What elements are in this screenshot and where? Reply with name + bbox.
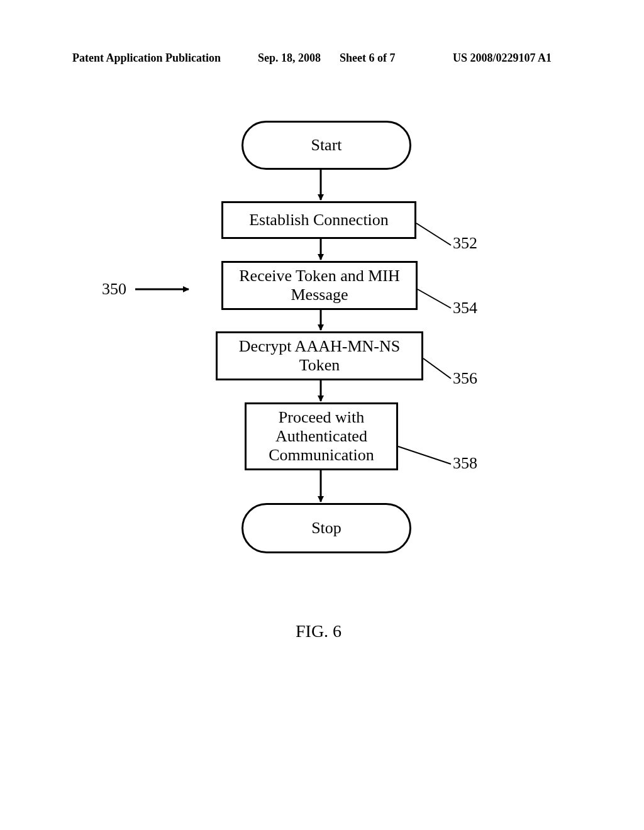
- node-establish-connection-label: Establish Connection: [249, 211, 389, 230]
- node-decrypt-token-label: Decrypt AAAH-MN-NS Token: [223, 337, 416, 375]
- ref-354: 354: [453, 299, 477, 318]
- node-establish-connection: Establish Connection: [221, 201, 416, 239]
- ref-352: 352: [453, 234, 477, 253]
- ref-358: 358: [453, 454, 477, 473]
- header-publication: Patent Application Publication: [72, 52, 221, 65]
- header-date: Sep. 18, 2008: [258, 52, 321, 65]
- node-proceed-auth-label: Proceed with Authenticated Communication: [252, 408, 391, 465]
- leader-358: [398, 446, 451, 464]
- leader-352: [416, 223, 451, 245]
- node-proceed-auth: Proceed with Authenticated Communication: [245, 402, 398, 470]
- node-receive-token-label: Receive Token and MIH Message: [228, 267, 411, 304]
- leader-356: [423, 358, 451, 379]
- ref-356: 356: [453, 369, 477, 388]
- node-stop: Stop: [242, 503, 411, 553]
- ref-overall: 350: [102, 280, 126, 299]
- node-start-label: Start: [311, 136, 341, 155]
- page: Patent Application Publication Sep. 18, …: [0, 0, 644, 830]
- header-pubnum: US 2008/0229107 A1: [453, 52, 552, 65]
- figure-label: FIG. 6: [296, 621, 341, 641]
- node-receive-token: Receive Token and MIH Message: [221, 261, 418, 310]
- node-stop-label: Stop: [311, 519, 341, 538]
- node-decrypt-token: Decrypt AAAH-MN-NS Token: [216, 331, 423, 380]
- node-start: Start: [242, 121, 411, 170]
- header-sheet: Sheet 6 of 7: [340, 52, 396, 65]
- leader-354: [418, 289, 451, 308]
